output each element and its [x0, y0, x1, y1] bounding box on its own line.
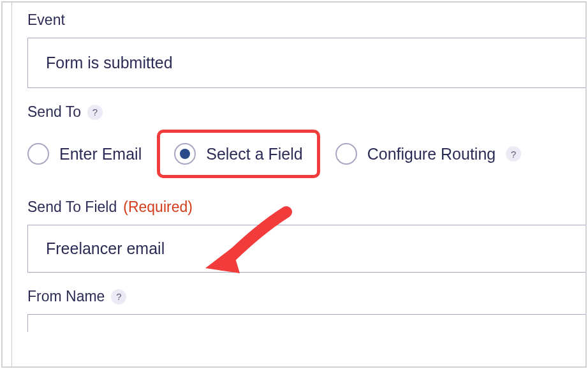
event-label: Event — [27, 11, 585, 29]
event-select[interactable]: Form is submitted — [27, 38, 585, 88]
radio-circle-icon — [335, 143, 357, 165]
help-icon[interactable]: ? — [87, 105, 103, 120]
sendtofield-label-text: Send To Field — [27, 199, 117, 216]
sendtofield-label: Send To Field (Required) — [27, 199, 585, 216]
form-settings-panel: Event Form is submitted Send To ? Enter … — [1, 1, 587, 368]
radio-enter-email-label: Enter Email — [59, 145, 142, 163]
sendto-label-text: Send To — [27, 103, 81, 121]
radio-enter-email[interactable]: Enter Email — [27, 143, 142, 165]
radio-select-field[interactable]: Select a Field — [174, 143, 302, 165]
radio-circle-icon — [174, 143, 196, 165]
radio-configure-routing-label: Configure Routing — [367, 145, 496, 163]
radio-circle-icon — [27, 143, 49, 165]
required-indicator: (Required) — [123, 199, 193, 216]
highlighted-selection: Select a Field — [157, 130, 320, 178]
fromname-label: From Name ? — [27, 288, 585, 305]
radio-configure-routing[interactable]: Configure Routing ? — [335, 143, 522, 165]
radio-select-field-label: Select a Field — [206, 145, 302, 163]
event-select-value: Form is submitted — [46, 54, 173, 72]
sendtofield-select-value: Freelancer email — [46, 239, 165, 257]
fromname-input[interactable] — [27, 314, 585, 332]
sendto-label: Send To ? — [27, 103, 585, 121]
fromname-label-text: From Name — [27, 288, 105, 305]
inner-panel: Event Form is submitted Send To ? Enter … — [11, 3, 585, 366]
help-icon[interactable]: ? — [506, 146, 521, 162]
radio-dot-icon — [180, 149, 190, 159]
sendto-radio-group: Enter Email Select a Field Configure Rou… — [27, 130, 585, 178]
sendtofield-select[interactable]: Freelancer email — [27, 225, 585, 273]
help-icon[interactable]: ? — [111, 289, 126, 305]
event-label-text: Event — [27, 11, 65, 29]
